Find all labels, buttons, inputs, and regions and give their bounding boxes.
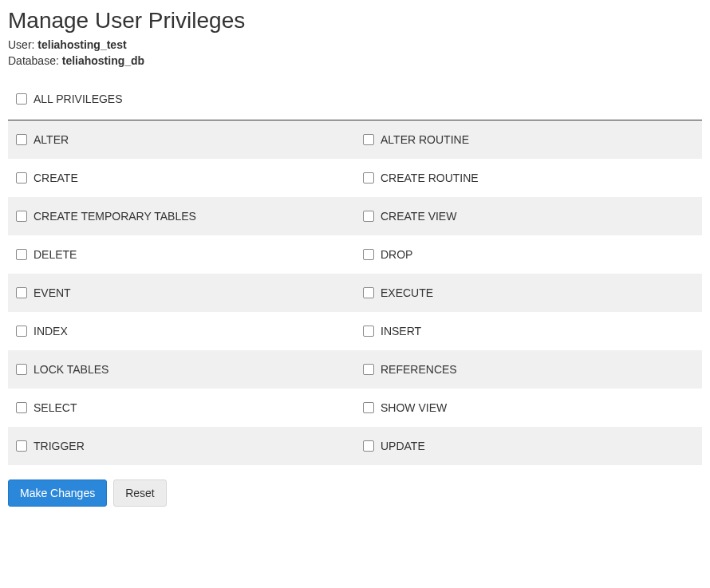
privilege-checkbox[interactable] xyxy=(363,440,374,452)
privilege-row: ALTERALTER ROUTINE xyxy=(8,120,702,159)
privilege-row: EVENTEXECUTE xyxy=(8,274,702,312)
privileges-table: ALTERALTER ROUTINECREATECREATE ROUTINECR… xyxy=(8,120,702,465)
make-changes-button[interactable]: Make Changes xyxy=(8,479,107,507)
privilege-cell: CREATE xyxy=(8,159,355,197)
privilege-checkbox[interactable] xyxy=(363,134,374,145)
privilege-cell: DELETE xyxy=(8,235,355,274)
reset-button[interactable]: Reset xyxy=(113,479,167,507)
privilege-row: CREATECREATE ROUTINE xyxy=(8,159,702,197)
privilege-label[interactable]: CREATE xyxy=(34,172,78,184)
privilege-checkbox[interactable] xyxy=(16,326,27,337)
privilege-row: DELETEDROP xyxy=(8,235,702,274)
privilege-cell: INDEX xyxy=(8,312,355,350)
privilege-row: TRIGGERUPDATE xyxy=(8,427,702,465)
privilege-checkbox[interactable] xyxy=(363,364,374,375)
privilege-checkbox[interactable] xyxy=(16,211,27,222)
all-privileges-label[interactable]: ALL PRIVILEGES xyxy=(34,93,123,105)
privilege-label[interactable]: SELECT xyxy=(34,401,77,414)
privilege-cell: DROP xyxy=(355,235,702,274)
privilege-cell: TRIGGER xyxy=(8,427,355,465)
privilege-checkbox[interactable] xyxy=(16,249,27,260)
privilege-checkbox[interactable] xyxy=(363,287,374,298)
privilege-label[interactable]: DROP xyxy=(381,248,412,261)
privilege-cell: SELECT xyxy=(8,389,355,427)
privilege-cell: EVENT xyxy=(8,274,355,312)
privilege-cell: SHOW VIEW xyxy=(355,389,702,427)
privilege-checkbox[interactable] xyxy=(363,249,374,260)
privilege-cell: UPDATE xyxy=(355,427,702,465)
privilege-row: LOCK TABLESREFERENCES xyxy=(8,350,702,389)
button-row: Make Changes Reset xyxy=(8,479,702,507)
privilege-cell: EXECUTE xyxy=(355,274,702,312)
user-label: User: xyxy=(8,38,37,51)
privilege-checkbox[interactable] xyxy=(16,287,27,298)
privilege-cell: CREATE ROUTINE xyxy=(355,159,702,197)
privilege-checkbox[interactable] xyxy=(16,172,27,184)
privilege-checkbox[interactable] xyxy=(363,326,374,337)
privilege-label[interactable]: CREATE VIEW xyxy=(381,210,456,223)
privilege-cell: ALTER ROUTINE xyxy=(355,120,702,159)
database-value: teliahosting_db xyxy=(62,54,144,67)
privilege-label[interactable]: TRIGGER xyxy=(34,440,85,452)
privilege-row: INDEXINSERT xyxy=(8,312,702,350)
user-value: teliahosting_test xyxy=(37,38,126,51)
privilege-checkbox[interactable] xyxy=(363,211,374,222)
database-line: Database: teliahosting_db xyxy=(8,54,702,67)
all-privileges-checkbox[interactable] xyxy=(16,93,27,105)
privilege-label[interactable]: ALTER xyxy=(34,133,69,146)
privilege-cell: INSERT xyxy=(355,312,702,350)
privilege-label[interactable]: EXECUTE xyxy=(381,286,433,299)
privilege-row: SELECTSHOW VIEW xyxy=(8,389,702,427)
privilege-label[interactable]: DELETE xyxy=(34,248,77,261)
privilege-cell: LOCK TABLES xyxy=(8,350,355,389)
page-title: Manage User Privileges xyxy=(8,8,702,34)
privilege-label[interactable]: EVENT xyxy=(34,286,71,299)
privilege-cell: CREATE VIEW xyxy=(355,197,702,235)
privilege-label[interactable]: INSERT xyxy=(381,325,421,337)
privilege-checkbox[interactable] xyxy=(16,134,27,145)
database-label: Database: xyxy=(8,54,62,67)
privilege-cell: REFERENCES xyxy=(355,350,702,389)
privilege-label[interactable]: UPDATE xyxy=(381,440,425,452)
privilege-label[interactable]: CREATE TEMPORARY TABLES xyxy=(34,210,196,223)
privilege-checkbox[interactable] xyxy=(363,402,374,413)
user-line: User: teliahosting_test xyxy=(8,38,702,51)
privilege-cell: ALTER xyxy=(8,120,355,159)
privilege-label[interactable]: ALTER ROUTINE xyxy=(381,133,469,146)
all-privileges-row: ALL PRIVILEGES xyxy=(8,86,702,112)
privilege-label[interactable]: SHOW VIEW xyxy=(381,401,447,414)
privilege-checkbox[interactable] xyxy=(16,364,27,375)
privilege-cell: CREATE TEMPORARY TABLES xyxy=(8,197,355,235)
privilege-checkbox[interactable] xyxy=(363,172,374,184)
privilege-checkbox[interactable] xyxy=(16,440,27,452)
privilege-checkbox[interactable] xyxy=(16,402,27,413)
privilege-label[interactable]: REFERENCES xyxy=(381,363,457,376)
privilege-label[interactable]: CREATE ROUTINE xyxy=(381,172,479,184)
privilege-label[interactable]: LOCK TABLES xyxy=(34,363,108,376)
privilege-row: CREATE TEMPORARY TABLESCREATE VIEW xyxy=(8,197,702,235)
privilege-label[interactable]: INDEX xyxy=(34,325,68,337)
